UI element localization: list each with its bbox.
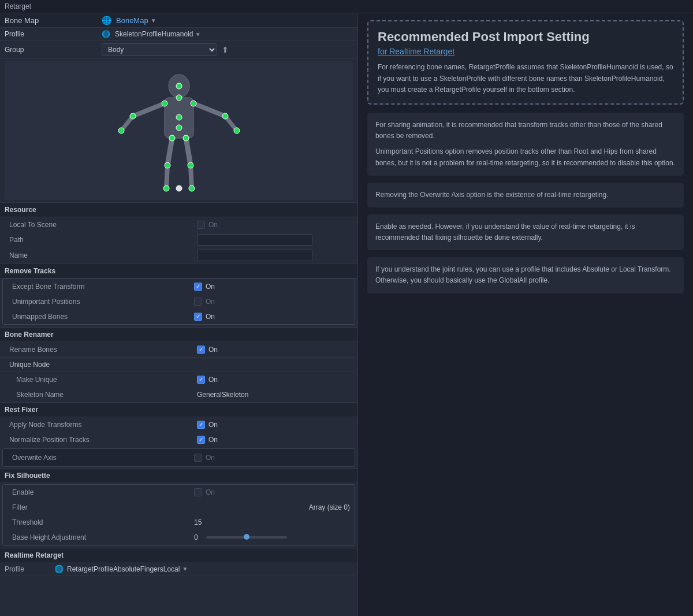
svg-line-6	[167, 138, 172, 165]
rt-profile-row: Profile 🌐 RetargetProfileAbsoluteFingers…	[0, 562, 357, 576]
enable-row: Enable On	[3, 485, 355, 500]
rename-bones-checkbox[interactable]: ✓	[197, 346, 205, 354]
bone-map-label: Bone Map	[5, 16, 97, 25]
path-input[interactable]	[197, 234, 312, 246]
info-card-1: For sharing animation, it is recommended…	[367, 113, 684, 176]
overwrite-axis-row: Overwrite Axis On	[3, 450, 355, 465]
except-bone-transform-label: Except Bone Transform	[12, 283, 194, 291]
info-card-2: Removing the Overwrite Axis option is th…	[367, 183, 684, 207]
local-to-scene-row: Local To Scene On	[0, 217, 357, 232]
group-row: Group Body ⬆	[0, 41, 357, 59]
profile-label: Profile	[5, 30, 97, 38]
overwrite-axis-value: On	[194, 454, 350, 462]
skeleton-name-text: GeneralSkeleton	[197, 391, 248, 399]
unimportant-positions-row: Unimportant Positions On	[3, 294, 355, 309]
svg-point-16	[118, 128, 124, 133]
fix-silhouette-header: Fix Silhouette	[0, 468, 357, 483]
svg-point-14	[130, 113, 136, 119]
threshold-row: Threshold 15	[3, 515, 355, 530]
unimportant-positions-label: Unimportant Positions	[12, 298, 194, 306]
unmapped-bones-checkbox[interactable]: ✓	[194, 313, 202, 321]
local-to-scene-checkbox[interactable]	[197, 221, 205, 229]
right-panel: Recommended Post Import Setting for Real…	[358, 13, 693, 616]
svg-point-23	[188, 162, 193, 168]
svg-point-11	[176, 95, 182, 101]
base-height-label: Base Height Adjustment	[12, 533, 194, 541]
bone-renamer-header: Bone Renamer	[0, 327, 357, 342]
name-row: Name	[0, 248, 357, 264]
make-unique-checkbox[interactable]: ✓	[197, 376, 205, 384]
base-height-slider-thumb	[244, 534, 249, 540]
skeleton-viewer	[5, 61, 353, 200]
base-height-slider-track[interactable]	[206, 536, 287, 539]
resource-header: Resource	[0, 202, 357, 217]
info-card-1-p2: Unimportant Positions option removes pos…	[375, 146, 676, 168]
rt-profile-chevron: ▼	[182, 566, 188, 572]
rt-profile-dropdown[interactable]: RetargetProfileAbsoluteFingersLocal ▼	[67, 565, 353, 573]
unmapped-bones-value: ✓ On	[194, 313, 350, 321]
info-card-3-p1: Enable as needed. However, if you unders…	[375, 221, 676, 243]
svg-point-18	[176, 114, 182, 120]
apply-node-transforms-value: ✓ On	[197, 421, 353, 429]
enable-text: On	[206, 488, 215, 496]
svg-point-12	[162, 101, 167, 106]
info-card-3: Enable as needed. However, if you unders…	[367, 214, 684, 250]
svg-line-7	[166, 165, 167, 188]
unimportant-positions-value: On	[194, 298, 350, 306]
svg-point-24	[163, 185, 169, 191]
rt-profile-globe-icon: 🌐	[54, 565, 64, 573]
svg-point-25	[189, 185, 195, 191]
path-row: Path	[0, 232, 357, 248]
rename-bones-value: ✓ On	[197, 346, 353, 354]
main-info-text: For referencing bone names, RetargetProf…	[378, 62, 673, 95]
except-bone-transform-row: Except Bone Transform ✓ On	[3, 279, 355, 294]
enable-checkbox[interactable]	[194, 488, 202, 496]
skeleton-diagram	[110, 64, 248, 197]
except-bone-transform-checkbox[interactable]: ✓	[194, 283, 202, 291]
enable-label: Enable	[12, 488, 194, 496]
main-info-title: Recommended Post Import Setting	[378, 29, 673, 44]
svg-point-13	[191, 101, 196, 106]
filter-row: Filter Array (size 0)	[3, 500, 355, 515]
svg-point-26	[176, 185, 182, 191]
overwrite-axis-checkbox[interactable]	[194, 454, 202, 462]
except-bone-transform-value: ✓ On	[194, 283, 350, 291]
overwrite-axis-box: Overwrite Axis On	[2, 448, 355, 467]
local-to-scene-text: On	[208, 221, 218, 229]
bone-map-dropdown[interactable]: BoneMap ▼	[116, 16, 353, 25]
svg-line-9	[191, 165, 192, 188]
profile-row: Profile 🌐 SkeletonProfileHumanoid ▼	[0, 28, 357, 41]
svg-point-15	[222, 113, 228, 119]
rest-fixer-header: Rest Fixer	[0, 402, 357, 417]
bone-map-row: Bone Map 🌐 BoneMap ▼	[0, 13, 357, 28]
realtime-retarget-header: Realtime Retarget	[0, 548, 357, 562]
base-height-row: Base Height Adjustment 0	[3, 530, 355, 545]
local-to-scene-value: On	[197, 221, 353, 229]
bone-map-value: BoneMap	[116, 16, 148, 25]
apply-node-transforms-checkbox[interactable]: ✓	[197, 421, 205, 429]
unmapped-bones-label: Unmapped Bones	[12, 313, 194, 321]
base-height-text: 0	[194, 533, 198, 541]
normalize-position-tracks-row: Normalize Position Tracks ✓ On	[0, 432, 357, 447]
make-unique-text: On	[208, 376, 218, 384]
except-bone-transform-text: On	[206, 283, 215, 291]
svg-point-17	[234, 128, 240, 133]
make-unique-value: ✓ On	[197, 376, 353, 384]
apply-node-transforms-row: Apply Node Transforms ✓ On	[0, 417, 357, 432]
make-unique-row: Make Unique ✓ On	[0, 372, 357, 387]
threshold-text: 15	[194, 518, 202, 526]
make-unique-label: Make Unique	[16, 376, 197, 384]
profile-dropdown[interactable]: SkeletonProfileHumanoid ▼	[115, 30, 353, 38]
svg-point-21	[183, 135, 189, 141]
svg-line-4	[193, 103, 225, 116]
remove-tracks-box: Except Bone Transform ✓ On Unimportant P…	[2, 279, 355, 325]
name-input[interactable]	[197, 250, 312, 261]
threshold-value: 15	[194, 518, 350, 526]
skeleton-name-value: GeneralSkeleton	[197, 391, 353, 399]
svg-point-10	[176, 83, 182, 89]
unimportant-positions-checkbox[interactable]	[194, 298, 202, 306]
filter-label: Filter	[12, 503, 194, 511]
group-dropdown[interactable]: Body	[102, 43, 217, 56]
normalize-position-tracks-checkbox[interactable]: ✓	[197, 436, 205, 444]
path-value	[197, 234, 353, 246]
